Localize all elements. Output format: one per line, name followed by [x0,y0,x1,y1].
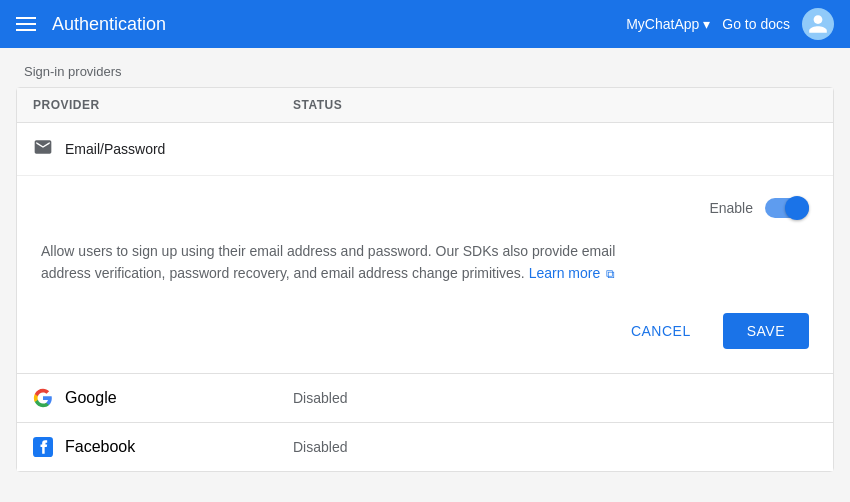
google-icon [33,388,53,408]
col-provider: Provider [33,98,293,112]
expanded-row-header[interactable]: Email/Password [17,123,833,176]
email-icon [33,137,53,161]
facebook-status: Disabled [293,439,347,455]
cancel-button[interactable]: CANCEL [607,313,715,349]
menu-icon[interactable] [16,17,36,31]
facebook-provider-col: Facebook [33,437,293,457]
avatar[interactable] [802,8,834,40]
section-label: Sign-in providers [0,48,850,87]
google-provider-name: Google [65,389,117,407]
table-header: Provider Status [17,88,833,123]
docs-link[interactable]: Go to docs [722,16,790,32]
table-row[interactable]: Facebook Disabled [17,423,833,471]
save-button[interactable]: SAVE [723,313,809,349]
expanded-content: Enable Allow users to sign up using thei… [17,176,833,373]
google-provider-col: Google [33,388,293,408]
enable-toggle[interactable] [765,196,809,220]
expanded-email-row: Email/Password Enable Allow users to sig… [17,123,833,374]
col-status: Status [293,98,342,112]
dropdown-icon: ▾ [703,16,710,32]
facebook-icon [33,437,53,457]
table-row[interactable]: Google Disabled [17,374,833,423]
providers-table: Provider Status Email/Password Enable [16,87,834,472]
facebook-provider-name: Facebook [65,438,135,456]
description-text: Allow users to sign up using their email… [41,240,641,285]
header-right: MyChatApp ▾ Go to docs [626,8,834,40]
external-link-icon: ⧉ [606,267,615,281]
app-name-label: MyChatApp [626,16,699,32]
app-name-dropdown[interactable]: MyChatApp ▾ [626,16,710,32]
learn-more-link[interactable]: Learn more ⧉ [529,265,615,281]
enable-row: Enable [41,196,809,220]
main-content: Sign-in providers Provider Status Email/… [0,48,850,472]
email-provider-name: Email/Password [65,141,165,157]
toggle-thumb [785,196,809,220]
action-buttons: CANCEL SAVE [41,313,809,349]
google-status: Disabled [293,390,347,406]
enable-label: Enable [709,200,753,216]
app-header: Authentication MyChatApp ▾ Go to docs [0,0,850,48]
header-title: Authentication [52,14,626,35]
